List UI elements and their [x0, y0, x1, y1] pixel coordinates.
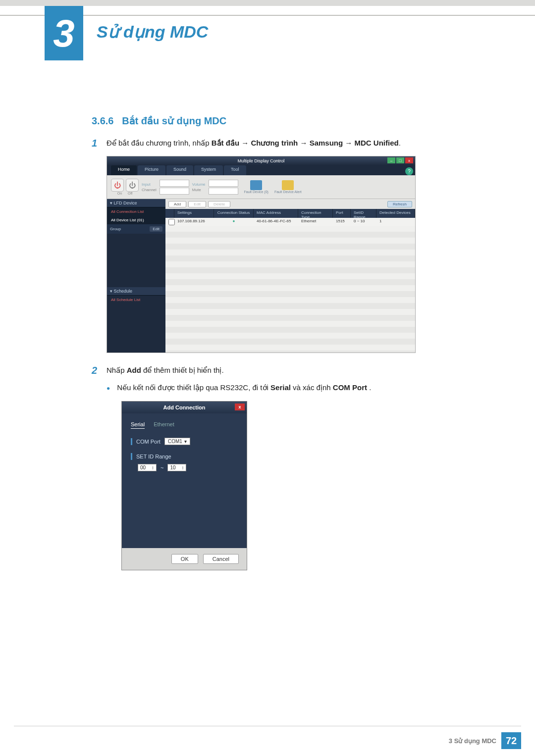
bold: Bắt đầu: [212, 139, 239, 147]
bullet-icon: ●: [107, 385, 110, 392]
text: .: [399, 139, 401, 147]
sidebar-schedule[interactable]: ▾ Schedule: [107, 287, 165, 296]
ok-button[interactable]: OK: [171, 554, 198, 564]
add-connection-dialog: Add Connection x Serial Ethernet COM Por…: [121, 401, 247, 570]
off-label: Off: [128, 192, 132, 195]
table-header: Settings Connection Status MAC Address C…: [165, 209, 415, 218]
range-from-stepper[interactable]: 00 ↕: [138, 464, 157, 471]
delete-button[interactable]: Delete: [208, 201, 230, 207]
bold: Chương trình: [251, 139, 298, 147]
tab-system[interactable]: System: [194, 165, 223, 175]
text: Nếu kết nối được thiết lập qua RS232C, đ…: [117, 383, 270, 392]
page-footer: 3 Sử dụng MDC 72: [449, 732, 521, 749]
maximize-button[interactable]: □: [396, 157, 404, 163]
text: →: [343, 139, 354, 147]
bold: COM Port: [333, 383, 367, 392]
footer-rule: [14, 726, 521, 726]
volume-label: Volume: [192, 182, 206, 187]
th-detected[interactable]: Detected Devices: [376, 209, 415, 218]
mute-toggle[interactable]: [209, 188, 238, 195]
fault-device-icon[interactable]: [250, 180, 262, 190]
sidebar-lfd-device[interactable]: ▾ LFD Device: [107, 199, 165, 207]
step-2-text: Nhấp Add để thêm thiết bị hiển thị.: [107, 365, 224, 376]
section-heading: 3.6.6 Bắt đầu sử dụng MDC: [92, 115, 490, 127]
cell-ip: 107.108.89.126: [174, 218, 214, 226]
tab-serial[interactable]: Serial: [131, 421, 145, 429]
sidebar-group-row: Group Edit: [107, 224, 165, 234]
tab-tool[interactable]: Tool: [224, 165, 246, 175]
text: →: [239, 139, 251, 147]
mute-label: Mute: [192, 188, 206, 192]
step-2-bullet: ● Nếu kết nối được thiết lập qua RS232C,…: [107, 383, 490, 392]
th-setid-range[interactable]: SetID Range: [351, 209, 376, 218]
bold: MDC Unified: [354, 139, 398, 147]
chapter-badge: 3: [45, 6, 83, 60]
dialog-title: Add Connection: [163, 404, 206, 410]
text: Nhấp: [107, 366, 127, 374]
range-to-stepper[interactable]: 10 ↕: [167, 464, 186, 471]
toolbar: ⏻ ⏻ On Off Input Channel Volume Mute: [107, 175, 415, 199]
setid-range-label: SET ID Range: [136, 454, 171, 459]
th-type[interactable]: Connection Type: [298, 209, 333, 218]
cell-range: 0 ~ 10: [351, 218, 376, 226]
section-title-text: Bắt đầu sử dụng MDC: [122, 115, 226, 126]
th-connection-status[interactable]: Connection Status: [214, 209, 254, 218]
add-button[interactable]: Add: [168, 201, 186, 207]
step-2: 2 Nhấp Add để thêm thiết bị hiển thị.: [92, 365, 490, 376]
step-2-number: 2: [92, 365, 107, 376]
cancel-button[interactable]: Cancel: [203, 554, 239, 564]
text: .: [369, 383, 371, 392]
sidebar-all-connection[interactable]: All Connection List: [107, 207, 165, 216]
power-off-button[interactable]: ⏻: [126, 179, 139, 192]
tab-ethernet[interactable]: Ethernet: [154, 421, 174, 429]
sidebar-all-schedule[interactable]: All Schedule List: [107, 296, 165, 304]
step-1-number: 1: [92, 138, 107, 149]
dialog-footer: OK Cancel: [122, 548, 247, 570]
tab-picture[interactable]: Picture: [138, 165, 165, 175]
text: →: [298, 139, 309, 147]
range-separator: ~: [160, 465, 163, 471]
cell-type: Ethernet: [298, 218, 333, 226]
empty-rows: [165, 226, 415, 353]
bar-icon: [131, 453, 132, 460]
chevron-down-icon: ▾: [184, 439, 187, 444]
help-icon[interactable]: ?: [405, 167, 413, 175]
minimize-button[interactable]: –: [387, 157, 395, 163]
refresh-button[interactable]: Refresh: [387, 201, 412, 207]
th-mac[interactable]: MAC Address: [254, 209, 298, 218]
on-label: On: [117, 192, 122, 195]
input-select[interactable]: [160, 180, 189, 187]
spinner-icon: ↕: [152, 465, 154, 470]
sidebar-all-device-list[interactable]: All Device List (01): [107, 216, 165, 224]
th-settings[interactable]: Settings: [174, 209, 214, 218]
range-to-value: 10: [170, 465, 175, 470]
group-edit-button[interactable]: Edit: [150, 226, 162, 232]
close-button[interactable]: x: [405, 157, 413, 163]
edit-button[interactable]: Edit: [188, 201, 206, 207]
comport-select[interactable]: COM1 ▾: [164, 438, 190, 445]
volume-input[interactable]: [209, 180, 238, 187]
cell-status: ●: [214, 218, 254, 226]
step-1: 1 Để bắt đầu chương trình, nhấp Bắt đầu …: [92, 138, 490, 149]
bold: Samsung: [310, 139, 343, 147]
top-rule: [0, 0, 535, 6]
text: Để bắt đầu chương trình, nhấp: [107, 139, 212, 147]
tab-home[interactable]: Home: [111, 165, 137, 175]
table-row[interactable]: 107.108.89.126 ● 40-61-86-4E-FC-65 Ether…: [165, 218, 415, 226]
dialog-close-button[interactable]: x: [235, 403, 245, 410]
app-title: Multiple Display Control: [238, 158, 285, 163]
tab-sound[interactable]: Sound: [166, 165, 193, 175]
bullet-text: Nếu kết nối được thiết lập qua RS232C, đ…: [117, 383, 371, 392]
fault-alert-icon[interactable]: [282, 180, 294, 190]
bold: Add: [127, 366, 141, 374]
footer-chapter: 3 Sử dụng MDC: [449, 737, 496, 745]
power-on-button[interactable]: ⏻: [111, 179, 124, 192]
channel-select[interactable]: [160, 188, 189, 195]
cell-port: 1515: [333, 218, 351, 226]
range-from-value: 00: [140, 465, 146, 470]
spinner-icon: ↕: [181, 465, 184, 470]
cell-detected: 1: [376, 218, 415, 226]
step-1-text: Để bắt đầu chương trình, nhấp Bắt đầu → …: [107, 138, 401, 149]
text: để thêm thiết bị hiển thị.: [143, 366, 224, 374]
th-port[interactable]: Port: [333, 209, 351, 218]
